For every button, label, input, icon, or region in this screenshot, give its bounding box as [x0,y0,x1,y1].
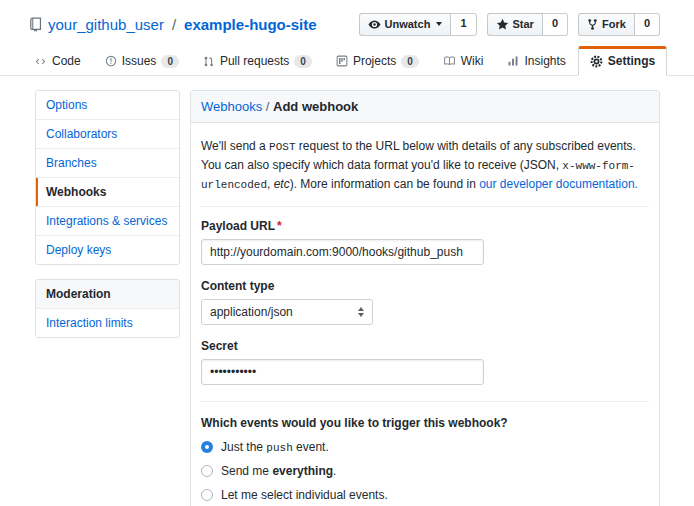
divider [201,206,649,207]
unwatch-button[interactable]: Unwatch [359,13,452,36]
tab-label: Code [52,54,81,68]
radio-just-push[interactable]: Just the push event. [201,440,649,454]
repo-title: your_github_user / example-hugo-site [28,16,317,33]
sidebar-item-options[interactable]: Options [36,91,179,120]
secret-label: Secret [201,339,649,353]
fork-button[interactable]: Fork [578,13,635,36]
radio-label: Send me everything. [221,464,336,478]
breadcrumb: Webhooks / Add webhook [191,91,659,123]
settings-sidebar: Options Collaborators Branches Webhooks … [35,90,180,338]
radio-selected-icon [201,441,213,453]
star-button-group: Star 0 [487,13,569,36]
sidebar-item-collaborators[interactable]: Collaborators [36,120,179,149]
moderation-header: Moderation [36,280,179,309]
fork-label: Fork [602,19,626,30]
tab-label: Pull requests [220,54,289,68]
webhook-description: We'll send a POST request to the URL bel… [201,137,649,194]
content-type-select[interactable]: application/json [201,299,373,325]
tab-label: Settings [608,54,655,68]
repo-name-link[interactable]: example-hugo-site [184,16,317,33]
repo-separator: / [170,16,178,33]
radio-label: Let me select individual events. [221,488,388,502]
breadcrumb-separator: / [262,99,273,114]
settings-menu: Options Collaborators Branches Webhooks … [35,90,180,265]
radio-send-everything[interactable]: Send me everything. [201,464,649,478]
repo-actions: Unwatch 1 Star 0 Fork 0 [359,13,660,36]
content-type-label: Content type [201,279,649,293]
unwatch-label: Unwatch [385,19,431,30]
fork-button-group: Fork 0 [578,13,660,36]
tab-label: Insights [524,54,565,68]
payload-url-label: Payload URL* [201,219,649,233]
radio-unselected-icon [201,465,213,477]
breadcrumb-webhooks-link[interactable]: Webhooks [201,99,262,114]
moderation-menu: Moderation Interaction limits [35,279,180,338]
tab-label: Issues [122,54,157,68]
gear-icon [590,55,603,68]
events-question: Which events would you like to trigger t… [201,416,649,430]
tab-settings[interactable]: Settings [578,46,667,76]
issues-count-badge: 0 [161,55,179,68]
star-button[interactable]: Star [487,13,543,36]
projects-count-badge: 0 [401,55,419,68]
radio-label: Just the push event. [221,440,329,454]
star-label: Star [513,19,534,30]
radio-unselected-icon [201,489,213,501]
fork-icon [587,18,598,31]
code-icon [34,56,47,67]
caret-down-icon [436,22,442,26]
tab-pull-requests[interactable]: Pull requests 0 [191,45,324,76]
tab-code[interactable]: Code [22,45,93,76]
page-header: your_github_user / example-hugo-site Unw… [0,0,694,76]
sidebar-item-integrations[interactable]: Integrations & services [36,207,179,236]
watch-button-group: Unwatch 1 [359,13,477,36]
page-title: Add webhook [273,99,358,114]
required-asterisk: * [277,219,282,233]
graph-icon [507,55,519,67]
secret-input[interactable] [201,359,484,385]
sidebar-item-branches[interactable]: Branches [36,149,179,178]
webhook-panel: Webhooks / Add webhook We'll send a POST… [190,90,660,506]
repo-owner-link[interactable]: your_github_user [48,16,164,33]
project-icon [336,55,348,67]
select-arrows-icon [358,307,364,317]
radio-individual-events[interactable]: Let me select individual events. [201,488,649,502]
watch-count[interactable]: 1 [451,13,476,36]
fork-count[interactable]: 0 [635,13,660,36]
sidebar-item-webhooks[interactable]: Webhooks [36,178,179,207]
tab-label: Projects [353,54,396,68]
pull-requests-count-badge: 0 [294,55,312,68]
settings-content: Options Collaborators Branches Webhooks … [35,90,660,506]
payload-url-input[interactable] [201,239,484,265]
repo-icon [28,17,42,32]
tab-issues[interactable]: Issues 0 [93,45,191,76]
issue-icon [105,55,117,67]
tab-projects[interactable]: Projects 0 [324,45,431,76]
sidebar-item-interaction-limits[interactable]: Interaction limits [36,309,179,337]
tab-wiki[interactable]: Wiki [431,45,496,76]
sidebar-item-deploy-keys[interactable]: Deploy keys [36,236,179,264]
webhook-form: We'll send a POST request to the URL bel… [191,123,659,506]
eye-icon [368,18,381,31]
content-type-value: application/json [210,305,293,319]
pull-request-icon [203,55,215,68]
star-icon [496,18,509,31]
repo-tabs: Code Issues 0 Pull requests 0 Projects 0… [0,45,694,75]
divider [201,401,649,402]
developer-docs-link[interactable]: our developer documentation. [479,177,638,191]
wiki-book-icon [443,55,456,67]
tab-label: Wiki [461,54,484,68]
repo-title-row: your_github_user / example-hugo-site Unw… [0,12,694,36]
star-count[interactable]: 0 [543,13,568,36]
post-code: POST [269,141,295,153]
tab-insights[interactable]: Insights [495,45,577,76]
